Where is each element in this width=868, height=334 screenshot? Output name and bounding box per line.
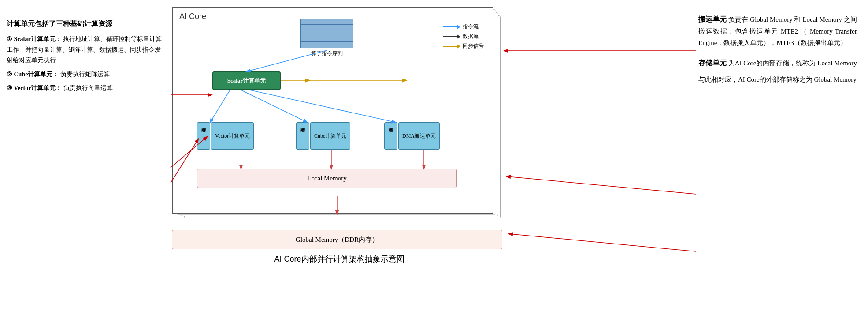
instr-seq: 算子指令序列 (300, 19, 353, 57)
right-section3: 与此相对应，AI Core的外部存储称之为 Global Memory (698, 74, 857, 85)
item3-desc: 负责执行向量运算 (63, 85, 113, 91)
item1: ① Scalar计算单元： 执行地址计算、循环控制等标量计算工作，并把向量计算、… (7, 34, 165, 65)
main-card: AI Core 算子指令序列 指令流 (172, 7, 493, 214)
right-section2-desc: 为AI Core的内部存储，统称为 Local Memory (728, 60, 857, 67)
dma-group: 指令队列 DMA搬运单元 (384, 122, 440, 150)
caption: AI Core内部并行计算架构抽象示意图 (172, 254, 507, 264)
legend-flow3: 同步信号 (443, 42, 484, 50)
center-diagram: AI Core 算子指令序列 指令流 (172, 7, 507, 264)
right-section2-label: 存储单元 (698, 59, 727, 67)
right-section1: 搬运单元 负责在 Global Memory 和 Local Memory 之间… (698, 13, 857, 49)
scalar-unit: Scalar计算单元 (212, 71, 281, 90)
svg-line-1 (210, 90, 230, 122)
cube-group: 指令队列 Cube计算单元 (296, 122, 350, 150)
local-memory: Local Memory (197, 169, 457, 188)
item2: ② Cube计算单元： 负责执行矩阵运算 (7, 69, 165, 80)
right-section3-text: 与此相对应，AI Core的外部存储称之为 Global Memory (698, 74, 857, 85)
legend-flow1-label: 指令流 (463, 23, 479, 30)
dma-compute: DMA搬运单元 (398, 122, 440, 150)
instr-seq-label: 算子指令序列 (311, 50, 343, 57)
item1-label: ① Scalar计算单元： (7, 36, 62, 42)
vector-queue: 指令队列 (197, 122, 210, 150)
svg-line-14 (507, 176, 696, 194)
right-section1-label: 搬运单元 (698, 15, 727, 23)
item2-label: ② Cube计算单元： (7, 71, 59, 78)
right-section2-text: 存储单元 为AI Core的内部存储，统称为 Local Memory (698, 57, 857, 69)
right-section1-text: 搬运单元 负责在 Global Memory 和 Local Memory 之间… (698, 13, 857, 49)
right-section2: 存储单元 为AI Core的内部存储，统称为 Local Memory (698, 57, 857, 69)
legend: 指令流 数据流 同步信号 (443, 23, 484, 50)
legend-flow1: 指令流 (443, 23, 484, 30)
svg-line-3 (250, 90, 395, 122)
item2-desc: 负责执行矩阵运算 (60, 71, 110, 78)
dma-queue: 指令队列 (384, 122, 397, 150)
ai-core-label: AI Core (179, 12, 206, 21)
legend-flow3-label: 同步信号 (463, 42, 484, 50)
legend-flow2: 数据流 (443, 33, 484, 40)
item3: ③ Vector计算单元： 负责执行向量运算 (7, 83, 165, 94)
svg-line-15 (509, 234, 696, 251)
vector-group: 指令队列 Vector计算单元 (197, 122, 254, 150)
item3-label: ③ Vector计算单元： (7, 85, 62, 91)
right-annotations: 搬运单元 负责在 Global Memory 和 Local Memory 之间… (692, 9, 864, 90)
global-memory: Global Memory（DDR内存） (172, 230, 502, 249)
svg-line-2 (241, 90, 307, 122)
calc-heading: 计算单元包括了三种基础计算资源 (7, 18, 165, 30)
left-annotations: 计算单元包括了三种基础计算资源 ① Scalar计算单元： 执行地址计算、循环控… (0, 9, 172, 106)
vector-compute: Vector计算单元 (211, 122, 254, 150)
legend-flow2-label: 数据流 (463, 33, 479, 40)
cube-compute: Cube计算单元 (310, 122, 350, 150)
cube-queue: 指令队列 (296, 122, 309, 150)
